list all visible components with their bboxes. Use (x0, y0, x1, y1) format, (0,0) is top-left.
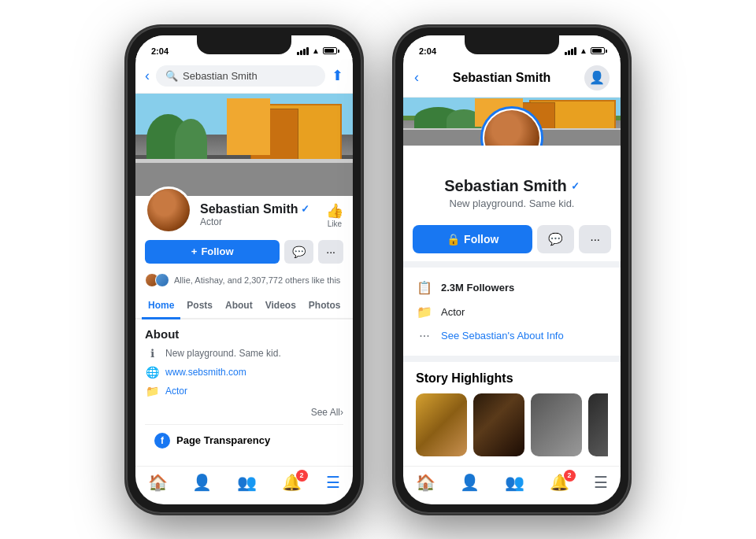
avatar-1 (145, 186, 192, 234)
verified-badge-1: ✓ (301, 203, 309, 215)
see-all-button[interactable]: See All › (145, 404, 343, 425)
about-website: 🌐 www.sebsmith.com (145, 366, 343, 378)
phone-1: 2:04 ▲ ‹ 🔍 Sebastian Smith ⬆ (126, 26, 362, 514)
like-thumb-icon: 👍 (326, 202, 343, 220)
like-avatars (145, 273, 169, 287)
share-button[interactable]: ⬆ (332, 67, 343, 84)
profile-section-2: Sebastian Smith ✓ New playground. Same k… (403, 146, 621, 217)
bottom-home-2[interactable]: 🏠 (416, 473, 435, 492)
time-1: 2:04 (151, 46, 169, 56)
profile-name-1: Sebastian Smith ✓ (200, 202, 318, 216)
story-item-1[interactable] (416, 393, 467, 456)
bottom-profile-1[interactable]: 👤 (192, 473, 212, 492)
about-info[interactable]: ··· See Sebastian's About Info (416, 324, 608, 348)
story-thumb-3 (531, 393, 582, 456)
status-icons-2: ▲ (565, 46, 605, 55)
signal-icon-1 (297, 47, 309, 55)
notification-badge-1: 2 (296, 470, 308, 482)
back-button-1[interactable]: ‹ (145, 68, 150, 84)
info-icon: ℹ (145, 347, 159, 360)
follow-plus-icon: + (191, 246, 198, 257)
facebook-icon: f (154, 433, 170, 449)
tab-videos[interactable]: Videos (259, 293, 302, 319)
about-tagline: ℹ New playground. Same kid. (145, 347, 343, 360)
cover-photo-2 (403, 98, 621, 146)
story-highlights-title: Story Highlights (416, 371, 608, 386)
profile-name-2: Sebastian Smith ✓ (413, 177, 611, 195)
bottom-groups-2[interactable]: 👥 (505, 473, 524, 492)
wifi-icon-1: ▲ (312, 46, 320, 55)
bottom-profile-2[interactable]: 👤 (460, 473, 480, 492)
battery-icon-1 (323, 47, 337, 54)
briefcase-icon: 📁 (145, 385, 159, 397)
screen-content-2: Sebastian Smith ✓ New playground. Same k… (403, 98, 621, 504)
like-button[interactable]: 👍 Like (326, 202, 343, 228)
navbar-1: ‹ 🔍 Sebastian Smith ⬆ (135, 59, 353, 94)
more-button-1[interactable]: ··· (318, 240, 343, 264)
job-info: 📁 Actor (416, 300, 608, 324)
about-title: About (145, 327, 343, 341)
notch-2 (465, 35, 559, 54)
profile-tagline: New playground. Same kid. (413, 198, 611, 209)
follow-button-1[interactable]: + Follow (145, 240, 280, 264)
tab-home[interactable]: Home (142, 293, 180, 319)
search-icon: 🔍 (165, 70, 178, 82)
likes-row: Allie, Atishay, and 2,307,772 others lik… (135, 270, 353, 293)
tab-more[interactable]: Eve... (347, 293, 354, 319)
profile-icon-button[interactable]: 👤 (584, 65, 610, 90)
time-2: 2:04 (419, 46, 436, 56)
page-transparency[interactable]: f Page Transparency (145, 425, 343, 456)
story-thumb-4 (588, 393, 608, 456)
story-items (416, 393, 608, 456)
avatar-2 (484, 110, 539, 146)
tab-photos[interactable]: Photos (302, 293, 347, 319)
nav-tabs: Home Posts About Videos Photos Eve... (135, 293, 353, 319)
wifi-icon-2: ▲ (580, 46, 587, 55)
search-bar[interactable]: 🔍 Sebastian Smith (156, 65, 325, 87)
followers-info: 📋 2.3M Followers (416, 275, 608, 300)
likes-text: Allie, Atishay, and 2,307,772 others lik… (174, 275, 340, 285)
story-section: Story Highlights (403, 356, 621, 466)
story-thumb-2 (473, 393, 524, 456)
story-item-3[interactable] (531, 393, 582, 456)
info-section: 📋 2.3M Followers 📁 Actor ··· See Sebasti… (403, 261, 621, 356)
profile-subtitle-1: Actor (200, 216, 318, 227)
battery-icon-2 (591, 47, 605, 54)
bottom-menu-1[interactable]: ☰ (326, 473, 340, 492)
bottom-home-1[interactable]: 🏠 (148, 473, 168, 492)
message-button-2[interactable]: 💬 (537, 225, 574, 253)
bottom-notifications-2[interactable]: 🔔 2 (550, 473, 569, 492)
job-icon: 📁 (416, 305, 433, 319)
bottom-groups-1[interactable]: 👥 (237, 473, 257, 492)
profile-section-1: Sebastian Smith ✓ Actor 👍 Like (135, 196, 353, 240)
phone-screen-1: 2:04 ▲ ‹ 🔍 Sebastian Smith ⬆ (135, 35, 353, 504)
tab-posts[interactable]: Posts (180, 293, 219, 319)
bottom-nav-2: 🏠 👤 👥 🔔 2 ☰ (403, 466, 621, 504)
status-icons-1: ▲ (297, 46, 337, 55)
follow-button-2[interactable]: 🔒 Follow (413, 225, 532, 253)
story-item-4[interactable] (588, 393, 608, 456)
back-button-2[interactable]: ‹ (414, 69, 419, 86)
lock-icon: 🔒 (447, 233, 460, 246)
bottom-menu-2[interactable]: ☰ (594, 473, 608, 492)
story-thumb-1 (416, 393, 467, 456)
more-button-2[interactable]: ··· (579, 225, 611, 253)
bottom-nav-1: 🏠 👤 👥 🔔 2 ☰ (135, 466, 353, 504)
avatar-face-1 (147, 189, 190, 231)
verified-badge-2: ✓ (571, 180, 580, 192)
about-section: About ℹ New playground. Same kid. 🌐 www.… (135, 319, 353, 464)
cover-photo-1 (135, 94, 353, 196)
story-item-2[interactable] (473, 393, 524, 456)
action-buttons-2: 🔒 Follow 💬 ··· (403, 217, 621, 261)
message-button-1[interactable]: 💬 (284, 240, 313, 264)
tab-about[interactable]: About (219, 293, 259, 319)
phone-screen-2: 2:04 ▲ ‹ Sebastian Smith 👤 (403, 35, 621, 504)
search-text: Sebastian Smith (183, 70, 258, 82)
notification-badge-2: 2 (564, 470, 576, 482)
profile-info-1: Sebastian Smith ✓ Actor (200, 202, 318, 227)
about-job: 📁 Actor (145, 385, 343, 397)
bottom-notifications-1[interactable]: 🔔 2 (282, 473, 302, 492)
chevron-right-icon: › (340, 407, 343, 418)
globe-icon: 🌐 (145, 366, 159, 378)
screen-content-1: Sebastian Smith ✓ Actor 👍 Like + Follow … (135, 94, 353, 504)
